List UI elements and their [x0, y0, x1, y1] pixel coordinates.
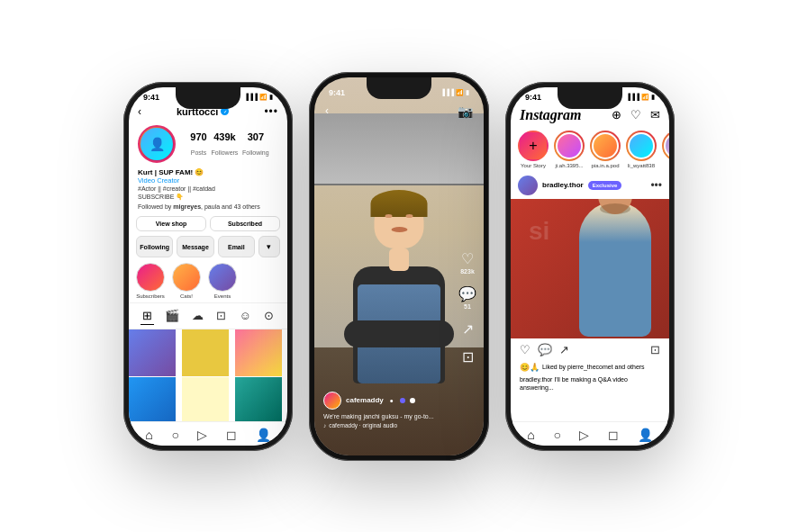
reel-person-hair: [371, 190, 428, 217]
feed-post-user: bradley.thor Exclusive: [518, 176, 621, 195]
profile-avatar: 👤: [138, 125, 176, 163]
status-icons-center: ▐▐▐ 📶 ▮: [440, 89, 469, 96]
feed-comment-icon[interactable]: 💬: [538, 343, 552, 356]
stat-following: 307 Following: [242, 131, 269, 158]
back-icon[interactable]: ‹: [138, 105, 141, 118]
reel-person-head: [375, 194, 424, 248]
feed-photo-text: si: [529, 217, 549, 246]
email-button[interactable]: Email: [218, 236, 255, 257]
battery-icon-c: ▮: [466, 89, 469, 96]
profile-stats: 970 Posts 439k Followers 307 Following: [181, 126, 278, 162]
nav-home-right[interactable]: ⌂: [527, 428, 534, 442]
heart-icon: ♡: [461, 250, 474, 267]
view-shop-button[interactable]: View shop: [136, 216, 206, 231]
grid-photo-5[interactable]: [182, 377, 229, 424]
reel-dot1: [400, 398, 405, 403]
post-more-icon[interactable]: •••: [650, 179, 662, 192]
bottom-nav-right: ⌂ ○ ▷ ◻ 👤: [511, 421, 669, 446]
reel-avatar: [323, 392, 341, 410]
time-left: 9:41: [143, 93, 159, 102]
story-ring-2: [590, 131, 621, 161]
notch-left: [176, 87, 240, 109]
dropdown-chevron[interactable]: ▾: [258, 236, 280, 257]
music-note-icon: ♪: [323, 422, 326, 428]
story-item-2[interactable]: pia.in.a.pod: [590, 131, 621, 168]
reel-like-action[interactable]: ♡ 823k: [460, 250, 475, 275]
camera-icon-top[interactable]: 📷: [458, 104, 473, 119]
feed-share-icon[interactable]: ↗: [559, 343, 569, 356]
grid-tab-posts[interactable]: ⊞: [141, 307, 154, 325]
subscribed-button[interactable]: Subscribed: [210, 216, 280, 231]
reel-person-neck: [389, 248, 409, 271]
nav-reels-left[interactable]: ▷: [197, 428, 207, 442]
stat-posts: 970 Posts: [190, 131, 206, 158]
reel-container: 9:41 ▐▐▐ 📶 ▮ ‹ 📷 ♡ 823k: [314, 77, 484, 455]
nav-profile-right[interactable]: 👤: [638, 428, 653, 442]
grid-tab-tagged[interactable]: ☁: [190, 307, 205, 325]
nav-shop-left[interactable]: ◻: [226, 428, 237, 442]
feed-photo-bg: si: [511, 199, 669, 338]
battery-icon-r: ▮: [651, 94, 655, 101]
nav-reels-right[interactable]: ▷: [579, 428, 589, 442]
nav-home-left[interactable]: ⌂: [145, 428, 152, 442]
reel-side-actions: ♡ 823k 💬 51 ↗ ⊡: [458, 250, 476, 365]
signal-icon-r: ▐▐▐: [626, 94, 639, 100]
notch-right: [558, 87, 622, 109]
message-button[interactable]: Message: [177, 236, 213, 257]
highlight-events[interactable]: Events: [208, 263, 237, 299]
grid-tab-shop[interactable]: ⊡: [214, 307, 228, 325]
messenger-icon[interactable]: ✉: [650, 108, 660, 122]
grid-photo-1[interactable]: [129, 329, 176, 376]
reel-person-eye-left: [385, 214, 393, 218]
following-button[interactable]: Following: [136, 236, 173, 257]
feed-liked-row: 😊🙏 Liked by pierre_thecomet and others: [511, 361, 669, 374]
grid-photo-3[interactable]: [235, 329, 282, 376]
feed-bookmark-icon[interactable]: ⊡: [650, 343, 660, 356]
story-item-3[interactable]: li_wyatt838: [626, 131, 657, 168]
reel-person-body: [340, 185, 458, 383]
heart-notifications-icon[interactable]: ♡: [630, 108, 641, 122]
avatar-image: 👤: [141, 128, 173, 160]
grid-tab-collab[interactable]: ☺: [237, 307, 252, 325]
profile-info-row: 👤 970 Posts 439k Followers 307 Following: [129, 122, 287, 167]
feed-photo-person-body: [579, 202, 660, 335]
instagram-logo: Instagram: [520, 107, 581, 123]
story-ring-1: [554, 131, 585, 161]
grid-photo-2[interactable]: [182, 329, 229, 376]
feed-like-icon[interactable]: ♡: [520, 343, 530, 356]
reel-user-row: cafemaddy •: [323, 392, 448, 410]
add-post-icon[interactable]: ⊕: [612, 108, 621, 122]
more-icon[interactable]: •••: [264, 105, 278, 118]
highlight-cats[interactable]: Cats!: [172, 263, 201, 299]
signal-icon-c: ▐▐▐: [440, 89, 454, 95]
reel-dot-sep: •: [390, 395, 394, 406]
highlight-circle-subscribers: [136, 263, 165, 292]
reel-bottom-info: cafemaddy • We're making janchi guksu - …: [323, 392, 448, 428]
feed-header-icons: ⊕ ♡ ✉: [612, 108, 660, 122]
reel-comment-action[interactable]: 💬 51: [458, 285, 476, 310]
story-avatar-4: [664, 132, 669, 159]
stat-followers: 439k Followers: [211, 131, 238, 158]
reel-person-smile: [391, 227, 407, 232]
highlight-subscribers[interactable]: Subscribers: [136, 263, 165, 299]
grid-photo-6[interactable]: [235, 377, 282, 424]
grid-photo-4[interactable]: [129, 377, 176, 424]
nav-search-right[interactable]: ○: [553, 428, 560, 442]
photo-grid: [129, 329, 287, 424]
story-item-1[interactable]: ji.ah.3395...: [554, 131, 585, 168]
reel-share-action[interactable]: ↗: [462, 320, 474, 338]
nav-profile-left[interactable]: 👤: [256, 428, 271, 442]
phone-right: 9:41 ▐▐▐ 📶 ▮ Instagram ⊕ ♡ ✉ +: [505, 82, 675, 451]
reel-save-action[interactable]: ⊡: [462, 348, 474, 365]
feed-caption: bradley.thor I'll be making a Q&A video …: [511, 374, 669, 397]
reel-caption: We're making janchi guksu - my go-to...: [323, 413, 448, 419]
phone-left: 9:41 ▐▐▐ 📶 ▮ ‹ kurttocci ✓ ••• 👤: [123, 82, 293, 451]
back-button-center[interactable]: ‹: [325, 104, 329, 117]
nav-search-left[interactable]: ○: [171, 428, 178, 442]
feed-post-header: bradley.thor Exclusive •••: [511, 172, 669, 199]
grid-tab-reels[interactable]: 🎬: [163, 307, 181, 325]
story-item-4[interactable]: sap...: [662, 131, 669, 168]
story-your-story[interactable]: + Your Story: [518, 131, 549, 168]
grid-tab-profile2[interactable]: ⊙: [262, 307, 276, 325]
nav-shop-right[interactable]: ◻: [608, 428, 619, 442]
